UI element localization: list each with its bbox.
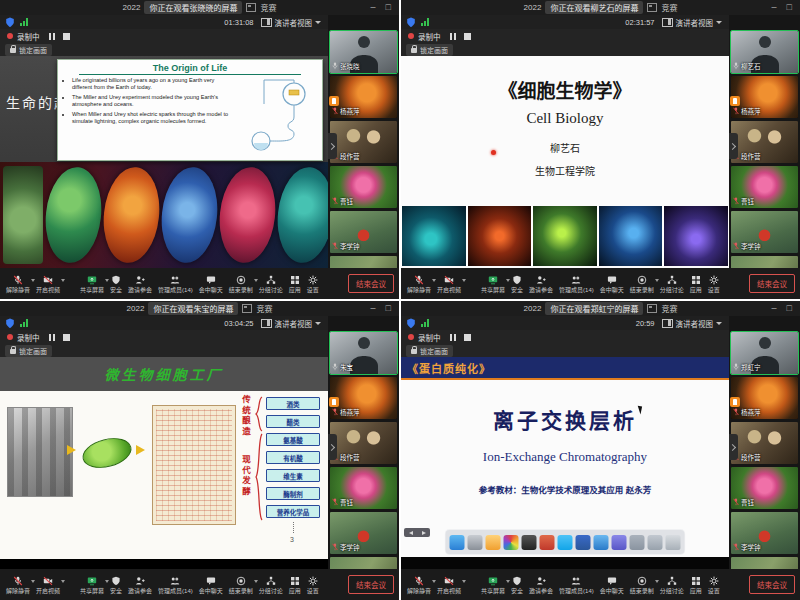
maximize-button[interactable]: □ — [386, 3, 391, 12]
video-tile[interactable]: 李学钟 — [330, 512, 397, 554]
invite-button[interactable]: 邀请参会 — [528, 275, 554, 293]
maximize-button[interactable]: □ — [787, 304, 792, 313]
video-tile[interactable]: 杨燕萍 — [731, 76, 798, 118]
video-tile[interactable]: 段作营 — [330, 121, 397, 163]
chat-button[interactable]: 会中聊天 — [599, 275, 625, 293]
video-tile[interactable]: 李学钟 — [330, 211, 397, 253]
pause-recording-button[interactable] — [448, 32, 458, 41]
stop-recording-button[interactable] — [462, 32, 473, 41]
apps-button[interactable]: 应用 — [689, 275, 703, 293]
share-screen-button[interactable]: 共享屏幕 — [480, 275, 506, 293]
minimize-button[interactable]: – — [371, 3, 376, 12]
manage-members-button[interactable]: 管理成员(14) — [558, 576, 595, 594]
video-tile-partial[interactable] — [330, 256, 397, 268]
end-meeting-button[interactable]: 结束会议 — [749, 274, 795, 293]
view-selector[interactable]: 演讲者视图 — [259, 318, 324, 329]
apps-button[interactable]: 应用 — [689, 576, 703, 594]
caret-down-icon[interactable] — [462, 580, 466, 583]
video-tile-partial[interactable] — [330, 557, 397, 569]
chat-button[interactable]: 会中聊天 — [198, 576, 224, 594]
settings-button[interactable]: 设置 — [707, 576, 721, 594]
start-video-button[interactable]: 开启视频 — [436, 576, 462, 594]
video-tile[interactable]: 段作营 — [731, 121, 798, 163]
video-tile[interactable]: 李学钟 — [731, 211, 798, 253]
security-button[interactable]: 安全 — [109, 275, 123, 293]
invite-button[interactable]: 邀请参会 — [528, 576, 554, 594]
lock-view-button[interactable]: 锁定画面 — [5, 44, 52, 56]
video-tile[interactable]: 曹钰 — [330, 467, 397, 509]
breakout-rooms-button[interactable]: 分组讨论 — [659, 576, 685, 594]
unmute-button[interactable]: 解除静音 — [406, 576, 432, 594]
maximize-button[interactable]: □ — [386, 304, 391, 313]
start-video-button[interactable]: 开启视频 — [436, 275, 462, 293]
view-selector[interactable]: 演讲者视图 — [660, 17, 725, 28]
security-button[interactable]: 安全 — [109, 576, 123, 594]
video-tile-partial[interactable] — [731, 557, 798, 569]
settings-button[interactable]: 设置 — [707, 275, 721, 293]
video-tile[interactable]: 李学钟 — [731, 512, 798, 554]
stop-recording-button[interactable] — [462, 333, 473, 342]
invite-button[interactable]: 邀请参会 — [127, 576, 153, 594]
view-selector[interactable]: 演讲者视图 — [660, 318, 725, 329]
stop-recording-button[interactable] — [61, 32, 72, 41]
video-tile-presenter[interactable]: 朱宝 — [330, 332, 397, 374]
video-tile[interactable]: 曹钰 — [731, 166, 798, 208]
sidebar-collapse-handle[interactable] — [328, 133, 337, 159]
breakout-rooms-button[interactable]: 分组讨论 — [258, 576, 284, 594]
sidebar-collapse-handle[interactable] — [328, 434, 337, 460]
breakout-rooms-button[interactable]: 分组讨论 — [258, 275, 284, 293]
view-selector[interactable]: 演讲者视图 — [259, 17, 324, 28]
apps-button[interactable]: 应用 — [288, 576, 302, 594]
invite-button[interactable]: 邀请参会 — [127, 275, 153, 293]
sidebar-collapse-handle[interactable] — [729, 133, 738, 159]
video-tile[interactable]: 杨燕萍 — [330, 76, 397, 118]
lock-view-button[interactable]: 锁定画面 — [406, 345, 453, 357]
share-screen-button[interactable]: 共享屏幕 — [480, 576, 506, 594]
video-tile-partial[interactable] — [731, 256, 798, 268]
video-tile[interactable]: 曹钰 — [731, 467, 798, 509]
unmute-button[interactable]: 解除静音 — [5, 275, 31, 293]
video-tile[interactable]: 段作营 — [731, 422, 798, 464]
minimize-button[interactable]: – — [772, 3, 777, 12]
video-tile[interactable]: 杨燕萍 — [731, 377, 798, 419]
caret-down-icon[interactable] — [462, 279, 466, 282]
chat-button[interactable]: 会中聊天 — [198, 275, 224, 293]
end-meeting-button[interactable]: 结束会议 — [348, 274, 394, 293]
end-meeting-button[interactable]: 结束会议 — [348, 575, 394, 594]
stop-record-button[interactable]: 结束录制 — [629, 275, 655, 293]
security-button[interactable]: 安全 — [510, 275, 524, 293]
maximize-button[interactable]: □ — [787, 3, 792, 12]
stop-recording-button[interactable] — [61, 333, 72, 342]
settings-button[interactable]: 设置 — [306, 576, 320, 594]
manage-members-button[interactable]: 管理成员(14) — [558, 275, 595, 293]
unmute-button[interactable]: 解除静音 — [5, 576, 31, 594]
pause-recording-button[interactable] — [47, 333, 57, 342]
manage-members-button[interactable]: 管理成员(14) — [157, 275, 194, 293]
video-tile[interactable]: 曹钰 — [330, 166, 397, 208]
video-tile-presenter[interactable]: 柳艺石 — [731, 31, 798, 73]
unmute-button[interactable]: 解除静音 — [406, 275, 432, 293]
minimize-button[interactable]: – — [772, 304, 777, 313]
settings-button[interactable]: 设置 — [306, 275, 320, 293]
apps-button[interactable]: 应用 — [288, 275, 302, 293]
share-screen-button[interactable]: 共享屏幕 — [79, 576, 105, 594]
breakout-rooms-button[interactable]: 分组讨论 — [659, 275, 685, 293]
pause-recording-button[interactable] — [47, 32, 57, 41]
security-button[interactable]: 安全 — [510, 576, 524, 594]
video-tile[interactable]: 杨燕萍 — [330, 377, 397, 419]
caret-down-icon[interactable] — [61, 279, 65, 282]
end-meeting-button[interactable]: 结束会议 — [749, 575, 795, 594]
video-tile-presenter[interactable]: 张晓晓 — [330, 31, 397, 73]
sidebar-collapse-handle[interactable] — [729, 434, 738, 460]
minimize-button[interactable]: – — [371, 304, 376, 313]
caret-down-icon[interactable] — [61, 580, 65, 583]
chat-button[interactable]: 会中聊天 — [599, 576, 625, 594]
video-tile-presenter[interactable]: 郑虹宁 — [731, 332, 798, 374]
stop-record-button[interactable]: 结束录制 — [629, 576, 655, 594]
start-video-button[interactable]: 开启视频 — [35, 576, 61, 594]
manage-members-button[interactable]: 管理成员(14) — [157, 576, 194, 594]
video-tile[interactable]: 段作营 — [330, 422, 397, 464]
lock-view-button[interactable]: 锁定画面 — [5, 345, 52, 357]
stop-record-button[interactable]: 结束录制 — [228, 576, 254, 594]
share-screen-button[interactable]: 共享屏幕 — [79, 275, 105, 293]
